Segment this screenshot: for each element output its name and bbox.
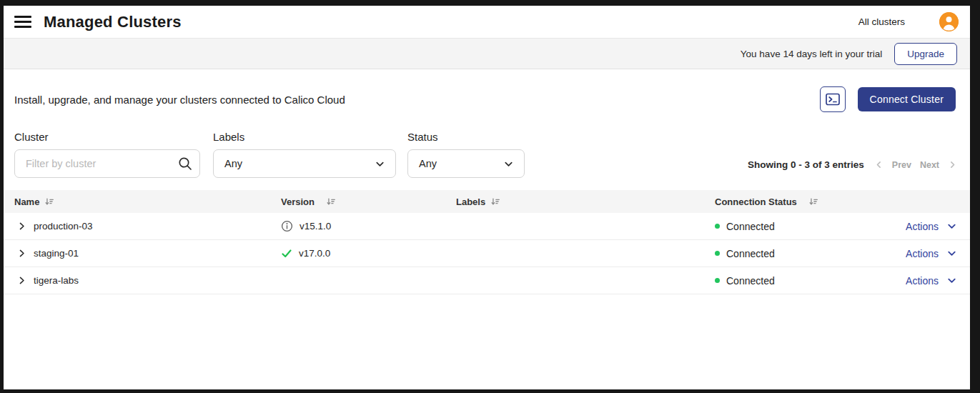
cluster-version: v17.0.0 bbox=[299, 248, 330, 259]
connected-status-dot bbox=[715, 224, 720, 229]
connection-status: Connected bbox=[726, 248, 775, 259]
page-title: Managed Clusters bbox=[44, 13, 182, 31]
actions-menu[interactable]: Actions bbox=[906, 275, 939, 287]
labels-filter-group: Labels Any bbox=[213, 131, 396, 178]
hamburger-menu-icon[interactable] bbox=[14, 16, 31, 28]
user-avatar-icon[interactable] bbox=[939, 12, 959, 31]
labels-filter-select[interactable]: Any bbox=[213, 149, 396, 178]
column-header-version[interactable]: Version bbox=[281, 196, 315, 207]
search-button[interactable] bbox=[177, 156, 193, 174]
actions-menu[interactable]: Actions bbox=[906, 221, 939, 232]
sort-icon[interactable] bbox=[44, 196, 54, 207]
chevron-down-icon[interactable] bbox=[946, 221, 957, 232]
cluster-name: tigera-labs bbox=[34, 275, 79, 286]
search-icon bbox=[177, 156, 193, 171]
content-background bbox=[4, 294, 970, 389]
connection-status: Connected bbox=[726, 275, 775, 287]
top-bar: Managed Clusters All clusters bbox=[4, 6, 970, 38]
column-header-connection-status[interactable]: Connection Status bbox=[715, 196, 797, 207]
labels-filter-value: Any bbox=[224, 158, 242, 169]
table-row: staging-01 v17.0.0 Connected Actions bbox=[4, 240, 970, 267]
cluster-name: production-03 bbox=[34, 221, 93, 232]
column-header-name[interactable]: Name bbox=[14, 196, 39, 207]
sort-icon[interactable] bbox=[490, 196, 500, 207]
info-icon[interactable] bbox=[281, 220, 293, 232]
cluster-toolbar: Install, upgrade, and manage your cluste… bbox=[14, 86, 956, 112]
all-clusters-selector[interactable]: All clusters bbox=[858, 16, 905, 27]
trial-message: You have 14 days left in your trial bbox=[741, 49, 882, 59]
entries-summary: Showing 0 - 3 of 3 entries bbox=[748, 159, 864, 170]
cluster-name: staging-01 bbox=[34, 248, 79, 259]
managed-clusters-page: Managed Clusters All clusters You have 1… bbox=[4, 6, 970, 389]
table-row: tigera-labs Connected Actions bbox=[4, 267, 970, 294]
actions-menu[interactable]: Actions bbox=[906, 248, 939, 259]
labels-filter-label: Labels bbox=[213, 131, 396, 143]
cluster-filter-label: Cluster bbox=[14, 131, 200, 143]
page-description: Install, upgrade, and manage your cluste… bbox=[14, 94, 345, 106]
trial-banner: You have 14 days left in your trial Upgr… bbox=[4, 38, 970, 69]
status-filter-select[interactable]: Any bbox=[407, 149, 525, 178]
connect-cluster-button[interactable]: Connect Cluster bbox=[858, 87, 956, 111]
check-icon bbox=[281, 248, 292, 259]
prev-button[interactable]: Prev bbox=[892, 160, 911, 170]
chevron-down-icon bbox=[375, 159, 385, 169]
connected-status-dot bbox=[715, 251, 720, 256]
connected-status-dot bbox=[715, 278, 720, 283]
expand-row-icon[interactable] bbox=[17, 249, 26, 258]
sort-icon[interactable] bbox=[326, 196, 336, 207]
status-filter-label: Status bbox=[407, 131, 525, 143]
chevron-down-icon bbox=[503, 159, 514, 169]
sort-icon[interactable] bbox=[808, 196, 818, 207]
cluster-version: v15.1.0 bbox=[300, 221, 331, 232]
cluster-filter-group: Cluster bbox=[14, 131, 200, 178]
next-button[interactable]: Next bbox=[920, 160, 939, 170]
filters-row: Cluster Labels Any bbox=[14, 131, 957, 178]
connection-status: Connected bbox=[726, 221, 775, 232]
chevron-left-icon[interactable] bbox=[874, 160, 884, 169]
pagination: Showing 0 - 3 of 3 entries Prev Next bbox=[748, 159, 957, 170]
chevron-right-icon[interactable] bbox=[948, 160, 957, 169]
table-row: production-03 v15.1.0 Connected Actions bbox=[4, 213, 970, 240]
cluster-filter-input[interactable] bbox=[14, 149, 200, 178]
terminal-icon bbox=[825, 91, 841, 107]
terminal-button[interactable] bbox=[820, 86, 846, 112]
status-filter-group: Status Any bbox=[407, 131, 525, 178]
expand-row-icon[interactable] bbox=[17, 222, 26, 231]
status-filter-value: Any bbox=[419, 158, 437, 169]
table-header: Name Version Labels Connection Status bbox=[4, 190, 970, 213]
clusters-table: Name Version Labels Connection Status bbox=[4, 190, 970, 294]
upgrade-button[interactable]: Upgrade bbox=[894, 43, 957, 65]
column-header-labels[interactable]: Labels bbox=[456, 196, 485, 207]
chevron-down-icon[interactable] bbox=[946, 275, 957, 286]
chevron-down-icon[interactable] bbox=[946, 248, 957, 259]
expand-row-icon[interactable] bbox=[17, 276, 26, 285]
